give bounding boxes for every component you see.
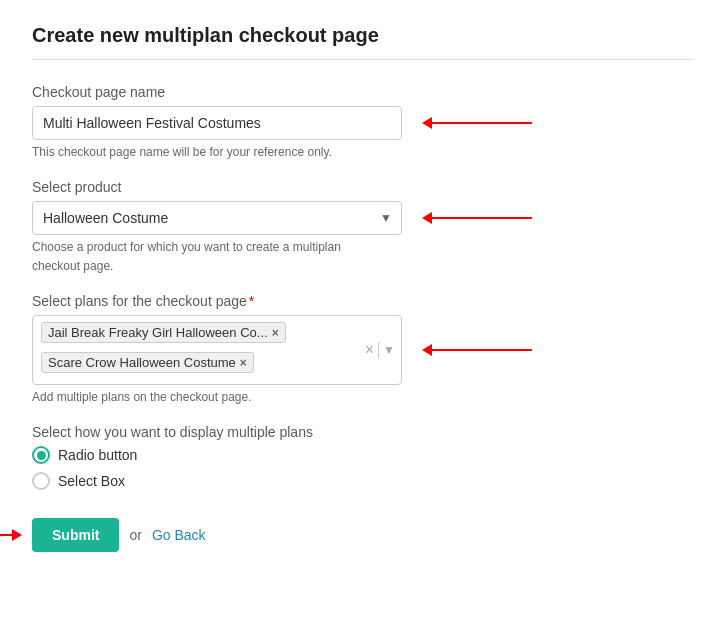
product-section: Select product Halloween Costume ▼ Choos…	[32, 179, 694, 273]
arrow-plans	[422, 344, 532, 356]
page-title: Create new multiplan checkout page	[32, 24, 694, 47]
display-label: Select how you want to display multiple …	[32, 424, 694, 440]
submit-button[interactable]: Submit	[32, 518, 119, 552]
radio-option-2[interactable]: Select Box	[32, 472, 694, 490]
arrowhead-icon	[422, 344, 432, 356]
arrowhead-icon	[12, 529, 22, 541]
product-select[interactable]: Halloween Costume	[32, 201, 402, 235]
radio-button-1[interactable]	[32, 446, 50, 464]
go-back-link[interactable]: Go Back	[152, 527, 206, 543]
tags-divider	[378, 342, 379, 358]
plans-section: Select plans for the checkout page* Jail…	[32, 293, 694, 404]
plan-tag-2: Scare Crow Halloween Costume ×	[41, 352, 254, 373]
checkout-name-label: Checkout page name	[32, 84, 694, 100]
radio-option-1[interactable]: Radio button	[32, 446, 694, 464]
arrow-checkout-name	[422, 117, 532, 129]
product-select-container: Halloween Costume ▼	[32, 201, 402, 235]
plans-label: Select plans for the checkout page*	[32, 293, 694, 309]
tag-close-2[interactable]: ×	[240, 356, 247, 370]
plan-tag-1: Jail Break Freaky Girl Halloween Co... ×	[41, 322, 286, 343]
divider	[32, 59, 694, 60]
tags-clear-icon[interactable]: ×	[365, 342, 374, 358]
arrow-line	[432, 217, 532, 219]
arrow-product	[422, 212, 532, 224]
arrow-submit	[0, 529, 22, 541]
plans-tags-wrapper: Jail Break Freaky Girl Halloween Co... ×…	[32, 315, 402, 385]
plans-tags-container[interactable]: Jail Break Freaky Girl Halloween Co... ×…	[32, 315, 402, 385]
plans-hint: Add multiple plans on the checkout page.	[32, 390, 694, 404]
submit-area: Submit or Go Back	[32, 518, 694, 552]
tags-actions: × ▼	[365, 342, 395, 358]
checkout-name-hint: This checkout page name will be for your…	[32, 145, 694, 159]
tag-close-1[interactable]: ×	[272, 326, 279, 340]
arrowhead-icon	[422, 117, 432, 129]
product-select-wrapper: Halloween Costume ▼	[32, 201, 402, 235]
arrow-line	[432, 349, 532, 351]
arrow-line	[0, 534, 12, 536]
or-text: or	[129, 527, 141, 543]
radio-button-2[interactable]	[32, 472, 50, 490]
display-section: Select how you want to display multiple …	[32, 424, 694, 490]
checkout-name-input[interactable]	[32, 106, 402, 140]
checkout-name-input-wrapper	[32, 106, 402, 140]
required-marker: *	[249, 293, 254, 309]
arrow-line	[432, 122, 532, 124]
tags-dropdown-icon[interactable]: ▼	[383, 343, 395, 357]
product-hint-2: checkout page.	[32, 259, 694, 273]
arrowhead-icon	[422, 212, 432, 224]
product-label: Select product	[32, 179, 694, 195]
radio-group: Radio button Select Box	[32, 446, 694, 490]
product-hint-1: Choose a product for which you want to c…	[32, 240, 694, 254]
checkout-name-section: Checkout page name This checkout page na…	[32, 84, 694, 159]
